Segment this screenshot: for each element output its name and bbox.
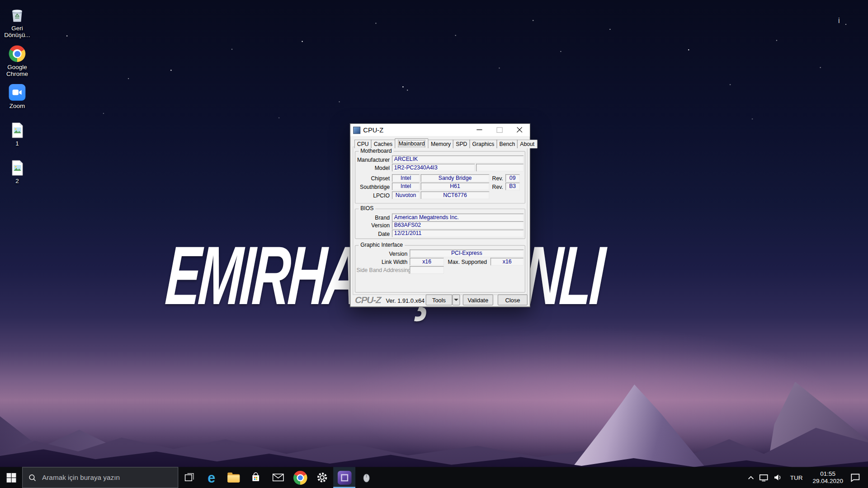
- speaker-icon: [774, 474, 783, 481]
- volume-tray-button[interactable]: [774, 474, 783, 481]
- desktop-icon-label: Geri Dönüşü...: [1, 25, 33, 38]
- microsoft-store-button[interactable]: [245, 467, 267, 488]
- cpuz-app-icon: [353, 127, 360, 134]
- chipset-rev-label: Rev.: [492, 175, 503, 181]
- desktop-icon-image-2[interactable]: 2: [1, 158, 33, 184]
- clock[interactable]: 01:55 29.04.2020: [811, 470, 845, 485]
- chrome-button[interactable]: [289, 467, 311, 488]
- lpcio-vendor-field: Nuvoton: [392, 192, 420, 199]
- desktop-icon-label: 1: [1, 140, 33, 147]
- chrome-icon: [1, 44, 33, 62]
- task-view-button[interactable]: [178, 467, 200, 488]
- tab-caches[interactable]: Caches: [371, 140, 396, 149]
- recycle-bin-icon: [1, 5, 33, 23]
- chipset-label: Chipset: [357, 175, 390, 181]
- row-gi-link-width: Link Width x16 Max. Supported x16: [357, 258, 524, 266]
- action-center-button[interactable]: [850, 473, 860, 482]
- southbridge-rev-label: Rev.: [492, 183, 503, 189]
- tools-button[interactable]: Tools: [426, 294, 453, 305]
- bios-version-field: B63AFS02: [392, 221, 524, 229]
- tab-mainboard[interactable]: Mainboard: [395, 138, 429, 148]
- settings-button[interactable]: [311, 467, 333, 488]
- group-label: BIOS: [359, 205, 375, 211]
- version-text: Ver. 1.91.0.x64: [386, 297, 425, 304]
- max-supported-field: x16: [491, 258, 524, 266]
- row-chipset: Chipset Intel Sandy Bridge Rev. 09: [357, 174, 524, 182]
- corner-char: i: [838, 17, 840, 25]
- bios-date-label: Date: [357, 230, 390, 236]
- tab-memory[interactable]: Memory: [428, 140, 453, 149]
- tab-spd[interactable]: SPD: [453, 140, 470, 149]
- desktop-icon-label: Google Chrome: [1, 64, 33, 77]
- close-button[interactable]: Close: [498, 294, 528, 305]
- file-explorer-icon: [227, 474, 240, 482]
- gi-version-label: Version: [357, 250, 408, 256]
- window-title: CPU-Z: [363, 126, 383, 134]
- language-indicator[interactable]: TUR: [788, 474, 806, 481]
- desktop-icon-recycle-bin[interactable]: Geri Dönüşü...: [1, 5, 33, 38]
- model-label: Model: [357, 164, 390, 170]
- row-southbridge: Southbridge Intel H61 Rev. B3: [357, 183, 524, 190]
- zoom-icon: [1, 83, 33, 101]
- southbridge-name-field: H61: [421, 183, 490, 190]
- tab-page: Motherboard Manufacturer ARCELIK Model 1…: [353, 146, 528, 295]
- group-motherboard: Motherboard Manufacturer ARCELIK Model 1…: [355, 151, 525, 203]
- desktop-icon-image-1[interactable]: 1: [1, 121, 33, 147]
- tab-strip: CPU Caches Mainboard Memory SPD Graphics…: [354, 138, 537, 148]
- link-width-field: x16: [410, 258, 444, 266]
- cpuz-logo: CPU-Z: [355, 295, 381, 306]
- lpcio-label: LPCIO: [357, 192, 390, 198]
- cpuz-icon: [337, 470, 351, 484]
- edge-button[interactable]: e: [200, 467, 222, 488]
- window-footer: CPU-Z Ver. 1.91.0.x64 Tools Validate Clo…: [350, 294, 530, 306]
- tools-dropdown-button[interactable]: [452, 294, 460, 305]
- mail-button[interactable]: [267, 467, 289, 488]
- minimize-button[interactable]: [469, 124, 489, 136]
- lpcio-name-field: NCT6776: [421, 192, 490, 199]
- cpuz-window: CPU-Z CPU Caches Mainboard Memory SPD Gr…: [350, 123, 530, 307]
- microsoft-store-icon: [250, 472, 261, 483]
- row-gi-version: Version PCI-Express: [357, 249, 524, 257]
- close-icon[interactable]: [509, 124, 529, 136]
- chipset-name-field: Sandy Bridge: [421, 174, 490, 182]
- system-app-icon: [361, 472, 372, 483]
- file-explorer-button[interactable]: [222, 467, 245, 488]
- action-center-icon: [850, 473, 860, 482]
- chevron-up-icon: [748, 475, 754, 479]
- southbridge-label: Southbridge: [357, 183, 390, 189]
- chevron-down-icon: [454, 299, 458, 301]
- title-bar[interactable]: CPU-Z: [350, 124, 530, 136]
- start-button[interactable]: [0, 467, 22, 488]
- brand-label: Brand: [357, 214, 390, 220]
- group-label: Motherboard: [359, 148, 393, 154]
- row-bios-brand: Brand American Megatrends Inc.: [357, 214, 524, 221]
- group-label: Graphic Interface: [359, 242, 404, 248]
- search-icon: [28, 474, 36, 482]
- cpuz-taskbar-button[interactable]: [333, 467, 355, 488]
- desktop-icon-zoom[interactable]: Zoom: [1, 83, 33, 109]
- mail-icon: [272, 473, 284, 482]
- row-manufacturer: Manufacturer ARCELIK: [357, 155, 524, 163]
- bios-version-label: Version: [357, 222, 390, 228]
- maximize-button: [489, 124, 509, 136]
- system-tray: TUR 01:55 29.04.2020: [748, 467, 868, 488]
- desktop-icon-label: 2: [1, 178, 33, 184]
- brand-field: American Megatrends Inc.: [392, 214, 524, 221]
- network-tray-button[interactable]: [759, 474, 769, 482]
- desktop-icon-google-chrome[interactable]: Google Chrome: [1, 44, 33, 77]
- tab-about[interactable]: About: [517, 140, 537, 149]
- taskbar-search[interactable]: [22, 467, 178, 488]
- tab-cpu[interactable]: CPU: [354, 140, 372, 149]
- tray-expand-button[interactable]: [748, 475, 754, 479]
- row-bios-date: Date 12/21/2011: [357, 230, 524, 237]
- search-input[interactable]: [41, 473, 172, 482]
- chipset-rev-field: 09: [505, 174, 520, 182]
- system-app-button[interactable]: [355, 467, 377, 488]
- clock-date: 29.04.2020: [812, 478, 843, 485]
- row-lpcio: LPCIO Nuvoton NCT6776: [357, 192, 524, 199]
- validate-button[interactable]: Validate: [463, 294, 493, 305]
- tab-bench[interactable]: Bench: [496, 140, 518, 149]
- southbridge-vendor-field: Intel: [392, 183, 420, 190]
- tab-graphics[interactable]: Graphics: [469, 140, 497, 149]
- image-file-icon: [1, 158, 33, 176]
